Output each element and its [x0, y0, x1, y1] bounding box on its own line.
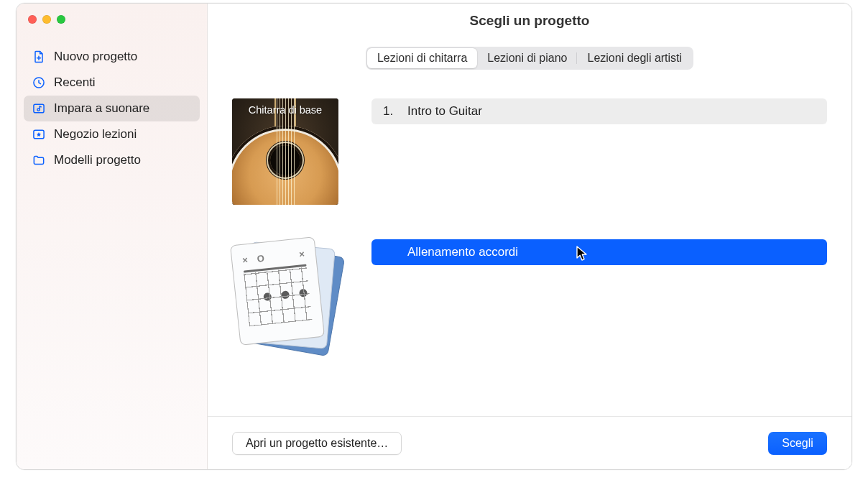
- main-area: Scegli un progetto Lezioni di chitarra L…: [208, 4, 851, 469]
- lesson-group-chord-trainer: ×O× Allenamento accordi: [232, 239, 827, 346]
- button-label: Scegli: [782, 437, 813, 450]
- music-note-square-icon: [31, 101, 47, 116]
- clock-icon: [31, 75, 47, 91]
- thumbnail-chord-trainer[interactable]: ×O×: [232, 239, 338, 346]
- segment-label: Lezioni degli artisti: [587, 52, 682, 65]
- minimize-window-button[interactable]: [42, 15, 51, 24]
- choose-button[interactable]: Scegli: [768, 432, 827, 455]
- star-square-icon: [31, 126, 47, 142]
- lesson-row-chord-trainer[interactable]: Allenamento accordi: [371, 239, 827, 265]
- sidebar-item-learn-to-play[interactable]: Impara a suonare: [24, 96, 200, 121]
- segment-label: Lezioni di chitarra: [377, 52, 467, 65]
- lesson-rows: Allenamento accordi: [371, 239, 827, 346]
- lesson-row-title: Intro to Guitar: [407, 104, 482, 119]
- page-title-text: Scegli un progetto: [470, 13, 590, 29]
- sidebar-item-recent[interactable]: Recenti: [24, 70, 200, 96]
- sidebar-item-label: Nuovo progetto: [54, 50, 137, 64]
- lesson-rows: 1. Intro to Guitar: [371, 98, 827, 205]
- sidebar: Nuovo progetto Recenti: [17, 4, 208, 469]
- sidebar-item-label: Impara a suonare: [54, 101, 149, 116]
- segment-piano-lessons[interactable]: Lezioni di piano: [477, 48, 577, 68]
- sidebar-item-label: Modelli progetto: [54, 153, 141, 167]
- sidebar-item-label: Recenti: [54, 75, 96, 90]
- lesson-group-basic-guitar: Chitarra di base 1. Intro to Guitar: [232, 98, 827, 205]
- footer: Apri un progetto esistente… Scegli: [208, 416, 851, 469]
- thumbnail-basic-guitar[interactable]: Chitarra di base: [232, 98, 338, 205]
- lesson-row-title: Allenamento accordi: [407, 245, 518, 259]
- zoom-window-button[interactable]: [57, 15, 65, 24]
- sidebar-item-new-project[interactable]: Nuovo progetto: [24, 44, 200, 70]
- lesson-category-segmented: Lezioni di chitarra Lezioni di piano Lez…: [366, 47, 693, 70]
- window-controls: [17, 12, 207, 35]
- open-existing-project-button[interactable]: Apri un progetto esistente…: [232, 432, 402, 455]
- page-title: Scegli un progetto: [208, 4, 851, 38]
- project-chooser-window: Nuovo progetto Recenti: [16, 3, 852, 470]
- thumbnail-title: Chitarra di base: [232, 104, 338, 116]
- sidebar-item-label: Negozio lezioni: [54, 127, 137, 142]
- folder-icon: [31, 152, 47, 168]
- sidebar-list: Nuovo progetto Recenti: [17, 35, 207, 173]
- document-plus-icon: [31, 49, 47, 65]
- lesson-row-number: 1.: [383, 104, 407, 119]
- sidebar-item-project-templates[interactable]: Modelli progetto: [24, 147, 200, 173]
- lesson-content: Chitarra di base 1. Intro to Guitar ×O×: [208, 74, 851, 416]
- segment-artist-lessons[interactable]: Lezioni degli artisti: [577, 48, 692, 68]
- close-window-button[interactable]: [28, 15, 37, 24]
- button-label: Apri un progetto esistente…: [246, 437, 388, 450]
- segmented-control-wrap: Lezioni di chitarra Lezioni di piano Lez…: [208, 38, 851, 74]
- lesson-row-intro-to-guitar[interactable]: 1. Intro to Guitar: [371, 98, 827, 124]
- sidebar-item-lesson-store[interactable]: Negozio lezioni: [24, 121, 200, 147]
- segment-label: Lezioni di piano: [487, 52, 567, 65]
- segment-guitar-lessons[interactable]: Lezioni di chitarra: [367, 48, 477, 68]
